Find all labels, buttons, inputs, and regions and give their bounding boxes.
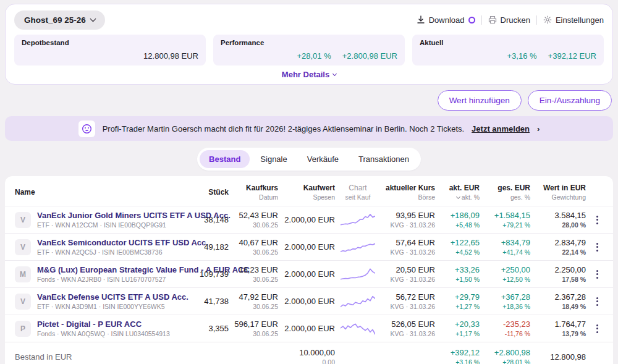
avatar: V: [15, 212, 31, 228]
akt-eur-value: +186,09: [440, 211, 480, 220]
table-row: M M&G (Lux) European Strategic Value Fun…: [5, 260, 613, 287]
kurs-value: 57,64 EUR: [381, 238, 435, 247]
akt-eur-value: +122,65: [440, 238, 480, 247]
col-kaufkurs[interactable]: Kaufkurs: [234, 184, 278, 192]
ges-pct-value: +79,21 %: [485, 221, 530, 229]
tabs-bar: Bestand Signale Verkäufe Transaktionen: [0, 148, 618, 171]
stueck-value: 49,182: [192, 242, 229, 252]
kaufkurs-value: 596,17 EUR: [234, 320, 278, 329]
instrument-meta: Fonds · WKN A0Q5WQ · ISIN LU0340554913: [37, 330, 170, 337]
stat-label: Aktuell: [420, 39, 596, 46]
settings-button[interactable]: Einstellungen: [543, 15, 604, 25]
print-label: Drucken: [501, 15, 530, 25]
total-wert: 12.800,98: [535, 352, 586, 362]
instrument-meta: ETF · WKN A2QC5J · ISIN IE00BMC38736: [37, 248, 208, 256]
summary-row-bestand: Bestand in EUR 10.000,000,00 +392,12+3,1…: [5, 342, 613, 364]
col-ges-eur[interactable]: ges. EUR: [485, 184, 530, 192]
ges-pct-value: +12,50 %: [485, 276, 530, 283]
sparkline-chart[interactable]: [340, 212, 376, 228]
col-akt-pct[interactable]: akt. %: [440, 193, 480, 201]
gewichtung-value: 18,49 %: [535, 303, 586, 310]
avatar: P: [15, 321, 31, 337]
tab-verkaeufe[interactable]: Verkäufe: [298, 150, 348, 168]
gewichtung-value: 17,58 %: [535, 276, 586, 283]
gear-icon: [543, 15, 552, 24]
chevron-down-icon: [332, 71, 337, 75]
kauf-datum: 30.06.25: [234, 303, 278, 310]
col-chart-sub: seit Kauf: [340, 193, 376, 201]
col-kurs[interactable]: aktueller Kurs: [381, 184, 435, 192]
more-details-toggle[interactable]: Mehr Details: [14, 70, 604, 79]
akt-eur-value: +29,79: [440, 292, 480, 302]
kurs-value: 56,72 EUR: [381, 292, 435, 302]
col-stueck[interactable]: Stück: [192, 188, 229, 197]
row-menu-button[interactable]: [591, 216, 603, 224]
col-name[interactable]: Name: [15, 188, 187, 197]
download-label: Download: [429, 15, 465, 25]
kurs-value: 20,50 EUR: [381, 265, 435, 274]
instrument-name-link[interactable]: Pictet - Digital - P EUR ACC: [37, 320, 170, 329]
row-menu-button[interactable]: [591, 297, 603, 306]
table-row: P Pictet - Digital - P EUR ACC Fonds · W…: [5, 315, 613, 342]
ges-eur-value: +250,00: [485, 265, 530, 274]
printer-icon: [488, 15, 497, 24]
tab-signale[interactable]: Signale: [251, 150, 296, 168]
ges-pct-value: +18,36 %: [485, 303, 530, 310]
row-menu-button[interactable]: [591, 243, 603, 252]
chevron-down-icon: [90, 16, 96, 22]
performance-pct: +28,01 %: [297, 51, 331, 61]
ges-pct-value: +41,74 %: [485, 248, 530, 256]
kaufwert-value: 2.000,00 EUR: [283, 215, 335, 224]
tab-bestand[interactable]: Bestand: [200, 150, 250, 168]
sparkline-chart[interactable]: [340, 321, 376, 337]
stats-row: Depotbestand 12.800,98 EUR Performance +…: [14, 35, 604, 66]
toolbar: Wert hinzufügen Ein-/Auszahlung: [6, 90, 612, 111]
boerse-info: KVG · 31.03.26: [381, 248, 435, 256]
stat-performance: Performance +28,01 % +2.800,98 EUR: [213, 35, 405, 66]
sort-desc-icon: [456, 194, 460, 198]
kaufwert-value: 2.000,00 EUR: [283, 297, 335, 306]
total-akt-eur: +392,12: [440, 348, 480, 357]
aktuell-value: +392,12 EUR: [548, 51, 596, 61]
wert-value: 2.834,79: [535, 238, 586, 247]
portfolio-selector[interactable]: Ghost_69 25-26: [14, 11, 105, 30]
gewichtung-value: 28,00 %: [535, 221, 586, 229]
sparkline-chart[interactable]: [340, 239, 376, 255]
promo-banner[interactable]: Profi-Trader Martin Goersch macht dich f…: [5, 116, 613, 141]
col-kaufwert[interactable]: Kaufwert: [283, 184, 335, 192]
premium-badge-icon: [468, 17, 475, 23]
table-row: V VanEck Semiconductor UCITS ETF USD Acc…: [5, 233, 613, 260]
row-menu-button[interactable]: [591, 270, 603, 279]
sparkline-chart[interactable]: [340, 294, 376, 310]
ges-eur-value: +834,79: [485, 238, 530, 247]
settings-label: Einstellungen: [556, 15, 604, 25]
instrument-name-link[interactable]: VanEck Defense UCITS ETF A USD Acc.: [37, 292, 188, 302]
smiley-icon: [78, 121, 95, 137]
boerse-info: KVG · 31.03.26: [381, 330, 435, 337]
banner-signup-link[interactable]: Jetzt anmelden: [472, 124, 530, 133]
download-button[interactable]: Download: [417, 15, 475, 25]
performance-value: +2.800,98 EUR: [342, 51, 397, 61]
col-chart: Chart: [340, 184, 376, 192]
col-kaufkurs-sub: Datum: [234, 193, 278, 201]
holdings-table: Name Stück KaufkursDatum KaufwertSpesen …: [5, 176, 613, 364]
table-header: Name Stück KaufkursDatum KaufwertSpesen …: [5, 176, 613, 206]
tab-transaktionen[interactable]: Transaktionen: [349, 150, 418, 168]
col-wert[interactable]: Wert in EUR: [535, 184, 586, 192]
kauf-datum: 30.06.25: [234, 330, 278, 337]
print-button[interactable]: Drucken: [488, 15, 530, 25]
wert-value: 2.367,28: [535, 292, 586, 302]
col-gewichtung: Gewichtung: [535, 193, 586, 201]
deposit-withdraw-button[interactable]: Ein-/Auszahlung: [528, 90, 612, 111]
instrument-name-link[interactable]: VanEck Semiconductor UCITS ETF USD Acc.: [37, 238, 208, 247]
kauf-datum: 30.06.25: [234, 248, 278, 256]
stueck-value: 38,148: [192, 215, 229, 224]
sparkline-chart[interactable]: [340, 266, 376, 282]
kaufwert-value: 2.000,00 EUR: [283, 324, 335, 333]
col-akt-eur[interactable]: akt. EUR: [440, 184, 480, 192]
add-value-button[interactable]: Wert hinzufügen: [438, 90, 522, 111]
summary-label: Bestand in EUR: [15, 352, 187, 362]
total-kaufwert: 10.000,00: [283, 348, 335, 357]
kurs-value: 526,05 EUR: [381, 320, 435, 329]
row-menu-button[interactable]: [591, 324, 603, 333]
